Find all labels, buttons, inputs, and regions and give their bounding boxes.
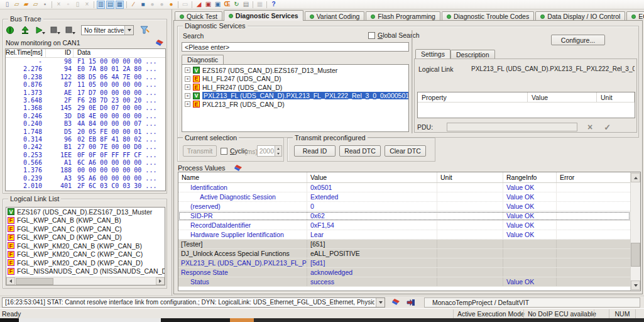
clear-process-values-eraser-icon[interactable]	[234, 165, 243, 172]
process-value-row[interactable]: StatussuccessValue OK	[178, 277, 630, 287]
bus-trace-row[interactable]: 0.8768711 05 00 00 00 00 ...	[6, 81, 165, 89]
bus-trace-row[interactable]: 1.37618800 00 00 00 00 00 ...	[6, 167, 165, 174]
tree-expand-icon[interactable]: +	[185, 67, 190, 73]
transmit-button[interactable]: Transmit	[183, 145, 217, 157]
log-button-1[interactable]	[50, 25, 61, 35]
bus-trace-row[interactable]: 0.566A16C A6 00 00 00 00 ...	[6, 159, 165, 167]
tab-diagnostic[interactable]: Diagnostic	[182, 55, 224, 64]
process-value-row[interactable]: DJ_Unlock Access Special FunctionseALL_P…	[178, 249, 630, 258]
tab-diagnostic-services[interactable]: Diagnostic Services	[224, 10, 303, 21]
logical-link-item[interactable]: FFGL_KWP_KM20_CAN_C (KWP_CAN_C)	[6, 250, 165, 259]
bus-trace-row[interactable]: 0.240B34A 84 00 00 00 07 ...	[6, 120, 165, 128]
bus-trace-row[interactable]: 0.2531EE0F 0F 0F FF FF CF ...	[6, 152, 165, 159]
next-disabled-icon[interactable]: ●	[158, 1, 166, 9]
status-message-dropdown[interactable]: [16:23:53:041] STAT: Cannot resolve inte…	[2, 297, 385, 308]
tab-quick-test[interactable]: Quick Test	[175, 11, 222, 21]
tab-description[interactable]: Description	[450, 50, 495, 58]
logical-link-listbox[interactable]: VEZS167 (UDS_CAN_D).EZS167_D13_MusterFFG…	[6, 207, 165, 286]
tab-variant-coding[interactable]: Variant Coding	[305, 11, 365, 21]
logical-link-item[interactable]: VEZS167 (UDS_CAN_D).EZS167_D13_Muster	[6, 208, 165, 216]
copy-icon[interactable]: ▫	[64, 1, 72, 9]
tab-diagnostic-trouble-codes[interactable]: Diagnostic Trouble Codes	[442, 11, 534, 21]
filter-dropdown-arrow[interactable]	[124, 26, 133, 35]
process-value-row[interactable]: (reserved)0Value OK	[178, 202, 630, 211]
bus-trace-row[interactable]: 0.242B127 00 7E 00 00 D0 ...	[6, 143, 165, 151]
tab-flash-programming[interactable]: Flash Programming	[366, 11, 440, 21]
global-search-checkbox-box[interactable]	[368, 32, 375, 39]
bus-trace-row[interactable]: 0.3149602 EB 8F 41 80 02 ...	[6, 136, 165, 143]
logical-link-item[interactable]: FFGL_KWP_CAN_B (KWP_CAN_B)	[6, 216, 165, 225]
logical-link-item[interactable]: FFGL_NISSANUDS_CAN_D (NISSANUDS_CAN_D)	[6, 267, 165, 276]
layout-grid-icon[interactable]: ▦	[116, 1, 124, 9]
bus-trace-row[interactable]: 2.0104012F 6C 03 C0 03 30 ...	[6, 182, 165, 190]
cyclic-checkbox-box[interactable]	[221, 148, 227, 155]
bus-trace-row[interactable]: 2.27694E0 7A 80 01 2A 80 ...	[6, 65, 165, 73]
filter-dropdown[interactable]: No filter active	[81, 25, 134, 35]
play-button[interactable]	[35, 25, 46, 35]
upload-button[interactable]	[19, 25, 31, 35]
tree-item[interactable]: +EPXL213_FR (UDS_CAN_D)	[182, 100, 408, 109]
logical-link-item[interactable]: FFGL_KWP_CAN_D (KWP_CAN_D)	[6, 233, 165, 242]
bus-trace-row[interactable]: 0.239A395 A6 00 00 00 00 ...	[6, 175, 165, 182]
tree-item[interactable]: +VEZS167 (UDS_CAN_D).EZS167_D13_Muster	[182, 66, 408, 75]
pdu-cancel-icon[interactable]: ×	[587, 122, 592, 132]
prev-disabled-icon[interactable]: ●	[148, 1, 156, 9]
panel-splitter[interactable]	[412, 30, 413, 133]
monitor-network-icon[interactable]: ▣	[214, 1, 222, 9]
vscroll-up-arrow[interactable]	[631, 173, 640, 182]
bus-trace-row[interactable]: 1.748D520 05 FE 00 00 01 ...	[6, 128, 165, 136]
open-folder-icon[interactable]: ▰	[22, 1, 30, 9]
tree-expand-icon[interactable]: +	[185, 93, 190, 99]
cyclic-interval-stepper[interactable]: 2000	[257, 145, 282, 157]
screenshot-icon[interactable]: ▭	[181, 1, 189, 9]
filter-funnel-button[interactable]	[139, 25, 150, 35]
process-value-row[interactable]: SID-PR0x62Value OK	[178, 211, 630, 221]
tree-item[interactable]: +VPXL213_FL (UDS_CAN_D).PXL213_FL_PXL222…	[182, 92, 408, 101]
grid-disabled-icon[interactable]: ▦	[256, 1, 264, 9]
tree-expand-icon[interactable]: +	[185, 76, 190, 82]
ecu-gear-icon[interactable]: ↻	[232, 1, 241, 9]
paste-icon[interactable]: ▯	[74, 1, 82, 9]
new-document-icon[interactable]: ▯	[3, 1, 11, 9]
cyclic-checkbox[interactable]: Cyclic	[221, 147, 248, 155]
property-table[interactable]: PropertyValueUnit	[417, 92, 635, 118]
tab-settings[interactable]: Settings	[415, 49, 450, 58]
process-value-row[interactable]: Active Diagnostic SessionExtendedValue O…	[178, 192, 630, 202]
log-button-2[interactable]	[65, 25, 76, 35]
save-icon[interactable]: ▪	[41, 1, 49, 9]
hscroll-thumb[interactable]	[16, 278, 53, 285]
goto-message-button[interactable]	[407, 299, 415, 306]
process-value-row[interactable]: Identification0x0501Value OK	[178, 183, 630, 192]
oe-editor-icon[interactable]: Œ	[223, 1, 231, 9]
tab-ecu-exchange[interactable]: ECU Exchange	[626, 11, 644, 21]
cut-icon[interactable]: ×	[55, 1, 63, 9]
status-message-dropdown-arrow[interactable]	[376, 298, 385, 307]
logical-link-item[interactable]: FFGL_KWP_CAN_C (KWP_CAN_C)	[6, 225, 165, 233]
hscroll-right-arrow[interactable]	[156, 277, 165, 285]
process-values-table[interactable]: NameValueUnitRangeInfoError Identificati…	[178, 172, 641, 291]
process-value-row[interactable]: Hardware Supplier IdentificationLearValu…	[178, 230, 630, 240]
layout-rows-icon[interactable]: ▤	[106, 1, 114, 9]
hscroll-left-arrow[interactable]	[6, 277, 15, 285]
folder-add-icon[interactable]: ▱	[31, 1, 40, 9]
clear-trace-eraser-icon[interactable]	[156, 40, 164, 47]
diagnostic-tree[interactable]: +VEZS167 (UDS_CAN_D).EZS167_D13_Muster+E…	[182, 64, 409, 132]
bus-trace-row[interactable]: 0.2463DD8 4E 00 00 00 00 ...	[6, 113, 165, 120]
process-value-row[interactable]: Response Stateacknowledged	[178, 268, 630, 277]
vscroll-thumb[interactable]	[631, 243, 640, 267]
tree-item[interactable]: +EHLI_FR247 (UDS_CAN_D)	[182, 83, 408, 92]
layout-horizontal-icon[interactable]: ▥	[97, 1, 105, 9]
report-document-icon[interactable]: ▤	[242, 1, 250, 9]
help-icon[interactable]: ?	[270, 1, 278, 9]
logical-link-hscrollbar[interactable]	[6, 277, 165, 285]
power-button[interactable]	[4, 25, 16, 35]
clear-dtc-button[interactable]: Clear DTC	[385, 145, 426, 157]
process-value-row[interactable]: [Tester][651]	[178, 240, 630, 249]
bus-trace-row[interactable]: -98F1 15 00 00 00 00 ...	[6, 58, 165, 65]
process-value-row[interactable]: PXL213_FL (UDS_CAN_D).PXL213_FL_PXL222_R…	[178, 258, 630, 268]
tree-expand-icon[interactable]: +	[185, 84, 190, 90]
search-input[interactable]: <Please enter>	[182, 42, 409, 52]
read-id-button[interactable]: Read ID	[294, 145, 336, 157]
tree-expand-icon[interactable]: +	[185, 101, 190, 107]
stepper-up-arrow[interactable]	[275, 146, 281, 151]
